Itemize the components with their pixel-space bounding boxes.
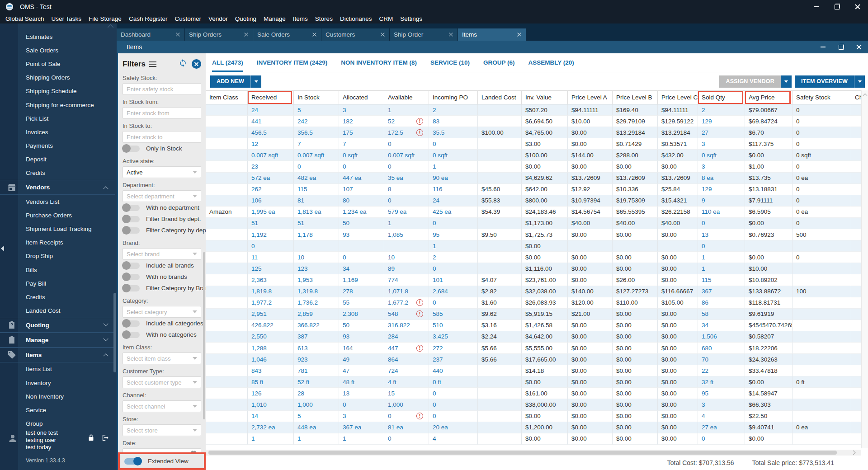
cell-sold-qty[interactable]: 115 — [698, 274, 745, 286]
cell-sold-qty[interactable]: 2 — [698, 104, 745, 116]
cell-received[interactable]: 51 — [248, 218, 294, 229]
cell-received[interactable]: 1,995 ea — [248, 207, 294, 218]
refresh-icon[interactable] — [179, 59, 187, 69]
cell-allocated[interactable]: 0 — [339, 252, 384, 263]
cell-in-stock[interactable]: 356.5 — [294, 127, 339, 138]
filter-brand-by-dept-toggle[interactable] — [123, 216, 140, 222]
cell-received[interactable]: 1 — [248, 433, 294, 445]
tab-sale-orders[interactable]: Sale Orders — [253, 28, 321, 41]
cell-available[interactable]: 52! — [384, 116, 429, 127]
cell-in-stock[interactable]: 2,859 — [294, 309, 339, 320]
menu-settings[interactable]: Settings — [396, 15, 426, 22]
tab-dashboard[interactable]: Dashboard — [117, 28, 184, 41]
menu-file-storage[interactable]: File Storage — [85, 15, 125, 22]
cell-available[interactable]: 774 — [384, 274, 429, 286]
extended-view-toggle[interactable] — [124, 458, 142, 465]
sidebar-scrollbar[interactable] — [113, 293, 116, 372]
menu-stores[interactable]: Stores — [311, 15, 336, 22]
sidebar-item-pay-bill[interactable]: Pay Bill — [0, 277, 115, 290]
cell-incoming-po[interactable]: 0 — [429, 411, 478, 422]
with-no-categories-toggle[interactable] — [123, 332, 140, 338]
cell-received[interactable]: 23 — [248, 161, 294, 172]
cell-sold-qty[interactable]: 1 — [698, 263, 745, 274]
cell-available[interactable]: 1,071.8 — [384, 286, 429, 297]
cell-received[interactable]: 106 — [248, 195, 294, 207]
sidebar-item-non-inventory[interactable]: Non Inventory — [0, 390, 115, 403]
category-tab-assembly-20[interactable]: ASSEMBLY (20) — [528, 53, 574, 72]
sidebar-section-vendors[interactable]: Vendors — [0, 180, 115, 195]
sidebar-item-payments[interactable]: Payments — [0, 139, 115, 153]
menu-manage[interactable]: Manage — [260, 15, 289, 22]
col-header-price-level-b[interactable]: Price Level B — [613, 91, 658, 104]
cell-in-stock[interactable]: 1,000 — [294, 399, 339, 410]
tab-ship-order[interactable]: Ship Order — [390, 28, 458, 41]
store-select[interactable]: Select store — [123, 424, 201, 436]
cell-sold-qty[interactable]: 70 — [698, 354, 745, 365]
cell-available[interactable]: 447! — [384, 343, 429, 354]
cell-available[interactable]: 10 — [384, 252, 429, 263]
cell-sold-qty[interactable]: 58 — [698, 309, 745, 320]
cell-incoming-po[interactable]: 510 — [429, 320, 478, 331]
sidebar-item-vendors-list[interactable]: Vendors List — [0, 195, 115, 208]
col-header-avg-price[interactable]: Avg Price — [745, 91, 793, 104]
sidebar-item-credits[interactable]: Credits — [0, 290, 115, 304]
col-header-allocated[interactable]: Allocated — [339, 91, 384, 104]
tab-ship-orders[interactable]: Ship Orders — [185, 28, 253, 41]
cell-allocated[interactable]: 47 — [339, 365, 384, 376]
cell-in-stock[interactable]: 115 — [294, 184, 339, 195]
sidebar-item-items-list[interactable]: Items List — [0, 362, 115, 376]
cell-received[interactable]: 572 ea — [248, 173, 294, 184]
cell-available[interactable]: 35 ea — [384, 173, 429, 184]
cell-received[interactable]: 0 — [248, 240, 294, 252]
close-icon[interactable] — [847, 0, 868, 14]
menu-customer[interactable]: Customer — [171, 15, 205, 22]
cell-in-stock[interactable]: 1,319.8 — [294, 286, 339, 297]
cell-allocated[interactable]: 175 — [339, 127, 384, 138]
menu-user-tasks[interactable]: User Tasks — [48, 15, 85, 22]
sidebar-item-item-receipts[interactable]: Item Receipts — [0, 236, 115, 249]
category-tab-non-inventory-item-8[interactable]: NON INVENTORY ITEM (8) — [341, 53, 417, 72]
cell-in-stock[interactable]: 482 ea — [294, 173, 339, 184]
cell-received[interactable]: 1,288 — [248, 343, 294, 354]
cell-allocated[interactable]: 278 — [339, 286, 384, 297]
tab-close-icon[interactable] — [175, 32, 180, 37]
col-header-item-class[interactable]: Item Class — [206, 91, 248, 104]
cell-available[interactable]: 0! — [384, 411, 429, 422]
col-header-chann[interactable]: Chann — [851, 91, 861, 104]
channel-select[interactable]: Select channel — [123, 400, 201, 412]
with-no-department-toggle[interactable] — [123, 205, 140, 211]
cell-sold-qty[interactable]: 3 — [698, 161, 745, 172]
cell-in-stock[interactable]: 242 — [294, 116, 339, 127]
sidebar-item-deposit[interactable]: Deposit — [0, 153, 115, 166]
filter-category-by-dept-toggle[interactable] — [123, 227, 140, 234]
cell-allocated[interactable]: 447 ea — [339, 173, 384, 184]
cell-sold-qty[interactable]: 0 — [698, 433, 745, 445]
cell-available[interactable]: 0 — [384, 161, 429, 172]
sidebar-item-shipping-orders[interactable]: Shipping Orders — [0, 71, 115, 85]
cell-sold-qty[interactable]: 1,506 — [698, 331, 745, 343]
cell-incoming-po[interactable]: 116 — [429, 184, 478, 195]
cell-available[interactable]: 284 — [384, 331, 429, 343]
cell-incoming-po[interactable]: 95 — [429, 229, 478, 240]
cell-received[interactable]: 11 — [248, 252, 294, 263]
cell-in-stock[interactable]: 5 — [294, 104, 339, 116]
menu-quoting[interactable]: Quoting — [231, 15, 260, 22]
cell-received[interactable]: 426.822 — [248, 320, 294, 331]
cell-allocated[interactable]: 182 — [339, 116, 384, 127]
cell-available[interactable]: 1,085 — [384, 229, 429, 240]
include-all-categories-toggle[interactable] — [123, 320, 140, 327]
tab-close-icon[interactable] — [448, 32, 453, 37]
department-select[interactable]: Select department — [123, 190, 201, 202]
cell-incoming-po[interactable]: 20 ea — [429, 422, 478, 433]
cell-allocated[interactable]: 93 — [339, 229, 384, 240]
cell-sold-qty[interactable]: 1 — [698, 252, 745, 263]
menu-global-search[interactable]: Global Search — [2, 15, 48, 22]
cell-available[interactable] — [384, 240, 429, 252]
cell-incoming-po[interactable]: 4 — [429, 433, 478, 445]
tab-close-icon[interactable] — [312, 32, 317, 37]
cell-in-stock[interactable]: 781 — [294, 365, 339, 376]
sidebar-item-inventory[interactable]: Inventory — [0, 376, 115, 390]
menu-dictionaries[interactable]: Dictionaries — [336, 15, 376, 22]
sidebar-item-pick-list[interactable]: Pick List — [0, 112, 115, 125]
cell-received[interactable]: 843 — [248, 365, 294, 376]
